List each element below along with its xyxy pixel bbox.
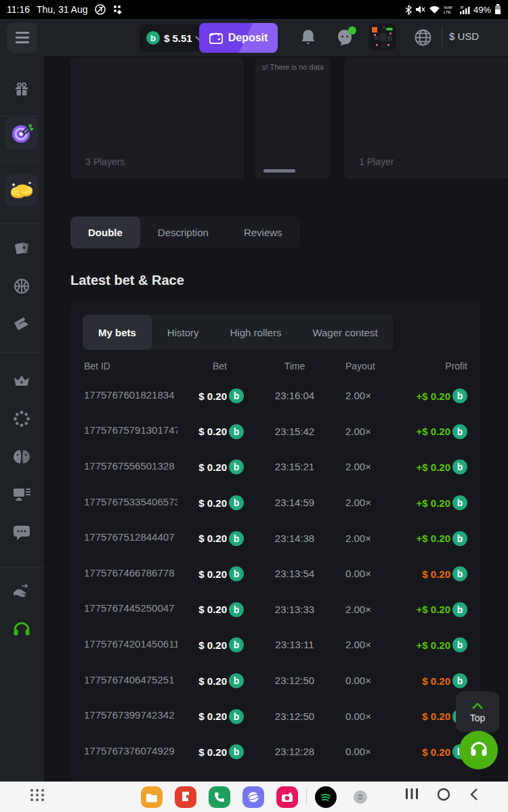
tab-double[interactable]: Double: [70, 217, 140, 248]
bet-id-cell: 17757674201450611: [84, 638, 177, 650]
sidebar-item-forum[interactable]: [5, 516, 38, 549]
bluetooth-icon: [405, 5, 412, 15]
bet-row[interactable]: 1775767466786778 $ 0.20 b 23:13:54 0.00×…: [84, 556, 467, 592]
section-title: Latest bet & Race: [70, 273, 184, 288]
sidebar-item-double-game[interactable]: [5, 117, 38, 150]
home-nav-button[interactable]: [437, 788, 450, 804]
sidebar: [0, 56, 44, 782]
sidebar-item-support[interactable]: [5, 612, 38, 645]
phone-app-icon[interactable]: [209, 786, 230, 808]
no-data-text: s! There is no data: [262, 63, 324, 71]
coin-icon: b: [229, 495, 244, 510]
gold-coins-icon: [9, 179, 35, 202]
players-count: 3 Players: [85, 156, 125, 167]
mini-progress-bar: [263, 169, 295, 173]
coin-icon: b: [452, 673, 467, 688]
food-app-icon[interactable]: [175, 786, 196, 808]
bets-tabs: My betsHistoryHigh rollersWager contest: [83, 315, 394, 350]
bet-id-cell: 17757675791301747: [84, 424, 177, 436]
bet-row[interactable]: 1775767406475251 $ 0.20 b 23:12:50 0.00×…: [84, 663, 467, 699]
bet-time-cell: 23:15:21: [275, 461, 314, 472]
bet-row[interactable]: 1775767601821834 $ 0.20 b 23:16:04 2.00×…: [84, 378, 467, 414]
scroll-to-top-button[interactable]: Top: [456, 692, 499, 732]
back-nav-button[interactable]: [470, 788, 478, 804]
gift-icon: [14, 81, 30, 97]
bet-payout-cell: 2.00×: [345, 426, 371, 437]
browser-app-icon[interactable]: [242, 786, 264, 808]
sidebar-item-vip[interactable]: [5, 365, 38, 397]
sidebar-item-my-bets[interactable]: [5, 308, 38, 340]
bet-time-cell: 23:13:33: [275, 604, 314, 615]
deposit-button[interactable]: Deposit: [199, 23, 278, 53]
sidebar-item-sports[interactable]: [5, 270, 38, 302]
bet-id-cell: 1775767376074929: [84, 745, 177, 757]
spotify-app-icon[interactable]: [315, 786, 337, 808]
app-drawer-icon[interactable]: [30, 789, 45, 801]
cards-icon: [14, 240, 30, 256]
game-panel-right[interactable]: 1 Player: [344, 58, 508, 179]
players-count: 1 Player: [359, 156, 394, 167]
coin-icon: b: [229, 637, 244, 652]
bet-row[interactable]: 17757675791301747 $ 0.20 b 23:15:42 2.00…: [84, 414, 467, 450]
col-bet-id: Bet ID: [84, 361, 186, 371]
coin-icon: b: [229, 424, 244, 439]
sidebar-item-affiliate[interactable]: [5, 441, 38, 473]
bet-payout-cell: 0.00×: [345, 568, 371, 579]
darts-target-icon: [9, 121, 34, 145]
bet-time-cell: 23:13:11: [275, 639, 314, 650]
chat-icon[interactable]: [336, 29, 354, 47]
game-tabs: DoubleDescriptionReviews: [70, 217, 300, 248]
sidebar-item-gift[interactable]: [5, 72, 38, 105]
bet-row[interactable]: 1775767376074929 $ 0.20 b 23:12:28 0.00×…: [84, 734, 467, 770]
bet-row[interactable]: 1775767399742342 $ 0.20 b 23:12:50 0.00×…: [84, 698, 467, 734]
sidebar-item-gold-coins[interactable]: [5, 174, 38, 206]
bets-tab-high-rollers[interactable]: High rollers: [215, 315, 297, 350]
coin-icon: b: [229, 744, 244, 759]
sidebar-item-bonus[interactable]: [5, 403, 38, 435]
svg-text:LTE: LTE: [444, 10, 451, 14]
camera-app-icon[interactable]: [276, 786, 298, 808]
bet-id-cell: 1775767556501328: [84, 460, 177, 472]
status-date: Thu, 31 Aug: [37, 4, 88, 15]
bet-id-cell: 1775767601821834: [84, 389, 177, 401]
recents-nav-button[interactable]: [405, 788, 419, 803]
bet-row[interactable]: 17757675335406573 $ 0.20 b 23:14:59 2.00…: [84, 485, 467, 521]
crown-icon: [13, 374, 30, 388]
game-panel-middle[interactable]: s! There is no data: [255, 58, 331, 179]
bet-time-cell: 23:12:50: [275, 710, 314, 722]
coin-icon: b: [229, 388, 244, 403]
recent-app-icon[interactable]: [354, 790, 367, 804]
sidebar-item-swap[interactable]: [5, 574, 38, 607]
language-globe-icon[interactable]: [415, 29, 431, 46]
sidebar-item-casino-cards[interactable]: [5, 232, 38, 265]
status-time: 11:16: [7, 4, 30, 15]
bets-tab-wager-contest[interactable]: Wager contest: [297, 315, 393, 350]
header-divider: [442, 28, 442, 47]
tab-reviews[interactable]: Reviews: [226, 217, 300, 248]
currency-selector[interactable]: $ USD: [449, 30, 479, 42]
tab-description[interactable]: Description: [140, 217, 226, 248]
bet-profit-amount: +$ 0.20: [417, 390, 450, 402]
sidebar-item-providers[interactable]: [5, 478, 38, 511]
bet-profit-amount: +$ 0.20: [417, 533, 450, 544]
bet-profit-amount: $ 0.20: [422, 746, 450, 758]
bet-row[interactable]: 1775767556501328 $ 0.20 b 23:15:21 2.00×…: [84, 449, 467, 485]
coin-icon: b: [229, 673, 244, 688]
files-app-icon[interactable]: [141, 786, 163, 808]
bets-tab-history[interactable]: History: [152, 315, 215, 350]
bet-row[interactable]: 17757674201450611 $ 0.20 b 23:13:11 2.00…: [84, 627, 467, 663]
live-support-button[interactable]: [459, 731, 498, 769]
menu-button[interactable]: [7, 22, 37, 53]
bet-time-cell: 23:14:38: [275, 533, 314, 544]
headphones-icon: [13, 621, 30, 637]
bet-row[interactable]: 1775767445250047 $ 0.20 b 23:13:33 2.00×…: [84, 592, 467, 628]
bet-amount: $ 0.20: [198, 568, 227, 580]
bet-row[interactable]: 1775767512844407 $ 0.20 b 23:14:38 2.00×…: [84, 520, 467, 556]
bet-profit-amount: +$ 0.20: [417, 426, 450, 437]
game-panel-left[interactable]: 3 Players: [70, 58, 244, 179]
main-content: 3 Players s! There is no data 1 Player D…: [44, 56, 508, 782]
avatar[interactable]: [369, 24, 396, 51]
coin-icon: b: [452, 495, 467, 510]
bets-tab-my-bets[interactable]: My bets: [83, 315, 152, 350]
notifications-bell-icon[interactable]: [300, 29, 316, 47]
